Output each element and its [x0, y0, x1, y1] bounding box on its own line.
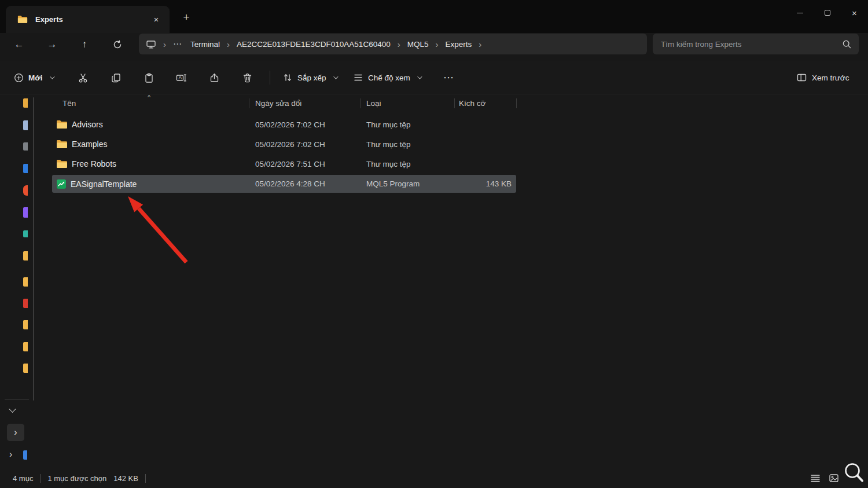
breadcrumb-chevron-icon[interactable]: › — [479, 40, 481, 49]
command-toolbar — [0, 61, 868, 94]
sidebar-expand-button[interactable]: › — [7, 424, 24, 441]
file-row-advisors[interactable]: Advisors 05/02/2026 7:02 CH Thư mục tệp — [52, 115, 516, 134]
file-name: EASignalTemplate — [71, 179, 137, 189]
clipboard-icon — [144, 72, 155, 83]
sidebar-partial-icon — [23, 364, 28, 373]
sidebar-partial-icon — [23, 120, 28, 130]
column-separator[interactable] — [454, 98, 455, 108]
item-count: 4 mục — [13, 474, 33, 483]
sort-icon — [282, 72, 293, 83]
breadcrumb-chevron-icon[interactable]: › — [163, 40, 166, 49]
details-view-button[interactable] — [808, 472, 823, 485]
breadcrumb-experts[interactable]: Experts — [444, 39, 473, 50]
new-tab-button[interactable]: + — [177, 8, 196, 27]
column-separator[interactable] — [249, 98, 249, 108]
file-type: Thư mục tệp — [360, 160, 454, 168]
new-button[interactable]: Mới — [8, 67, 59, 88]
maximize-button[interactable] — [814, 0, 841, 25]
refresh-button[interactable] — [108, 35, 127, 54]
breadcrumb-chevron-icon[interactable]: › — [398, 40, 400, 49]
scissors-icon — [78, 72, 89, 83]
tab-title: Experts — [35, 15, 63, 24]
this-pc-icon — [146, 39, 156, 49]
sidebar-expand-chevron-icon[interactable]: › — [9, 449, 12, 460]
breadcrumb-terminal[interactable]: Terminal — [189, 39, 221, 50]
file-row-free-robots[interactable]: Free Robots 05/02/2026 7:51 CH Thư mục t… — [52, 154, 516, 174]
selection-count: 1 mục được chọn — [47, 474, 106, 483]
tab-experts[interactable]: Experts × — [6, 6, 170, 33]
view-button-label: Chế độ xem — [368, 74, 410, 82]
folder-icon — [56, 159, 68, 168]
up-button[interactable]: ↑ — [75, 35, 94, 54]
column-header-size[interactable]: Kích cỡ — [454, 99, 516, 108]
status-divider — [145, 474, 146, 483]
column-header-row: ^ Tên Ngày sửa đổi Loại Kích cỡ — [52, 94, 516, 112]
sidebar-divider — [5, 399, 29, 400]
close-button[interactable]: × — [841, 0, 868, 25]
mql5-program-icon — [56, 179, 67, 189]
preview-button[interactable]: Xem trước — [790, 67, 855, 88]
file-type: Thư mục tệp — [360, 140, 454, 149]
file-name: Examples — [72, 140, 107, 149]
breadcrumb-overflow-button[interactable]: ⋯ — [173, 39, 182, 49]
preview-pane-icon — [796, 72, 807, 83]
sidebar-collapse-chevron-icon[interactable] — [9, 405, 16, 413]
delete-button[interactable] — [236, 67, 258, 88]
refresh-icon — [112, 39, 123, 50]
breadcrumb-guid[interactable]: AE2CC2E013FDE1E3CDF010AA51C60400 — [236, 39, 392, 50]
window-controls: × — [786, 0, 868, 25]
paste-button[interactable] — [138, 67, 160, 88]
search-icon[interactable] — [842, 39, 852, 49]
sort-button-label: Sắp xếp — [297, 74, 326, 82]
new-button-label: Mới — [28, 74, 43, 82]
file-type: Thư mục tệp — [360, 120, 454, 129]
status-divider — [40, 474, 41, 483]
rename-button[interactable]: A — [170, 67, 192, 88]
address-bar[interactable]: › ⋯ Terminal › AE2CC2E013FDE1E3CDF010AA5… — [139, 34, 647, 54]
file-row-examples[interactable]: Examples 05/02/2026 7:02 CH Thư mục tệp — [52, 134, 516, 154]
sidebar-partial-icon — [23, 164, 28, 173]
copy-button[interactable] — [105, 67, 127, 88]
column-separator[interactable] — [516, 98, 517, 108]
minimize-icon — [797, 13, 803, 13]
file-date: 05/02/2026 7:51 CH — [249, 160, 360, 168]
titlebar: Experts × + × — [0, 0, 868, 33]
view-button[interactable]: Chế độ xem — [347, 67, 426, 88]
pane-splitter[interactable] — [33, 97, 34, 401]
forward-button[interactable]: → — [42, 35, 62, 54]
chevron-down-icon — [50, 74, 54, 79]
file-explorer-window: Experts × + × ← → ↑ › ⋯ Terminal › — [0, 0, 868, 488]
more-options-button[interactable]: ⋯ — [437, 67, 459, 88]
tab-close-icon[interactable]: × — [149, 12, 164, 27]
sidebar-partial-icon — [23, 207, 28, 218]
cut-button[interactable] — [72, 67, 94, 88]
search-input[interactable] — [661, 40, 842, 49]
sidebar-partial-icon — [23, 342, 28, 351]
breadcrumb-chevron-icon[interactable]: › — [227, 40, 230, 49]
search-box[interactable] — [653, 34, 859, 54]
folder-icon — [56, 120, 68, 129]
breadcrumb-mql5[interactable]: MQL5 — [406, 39, 430, 50]
file-row-easignaltemplate-selected[interactable]: EASignalTemplate 05/02/2026 4:28 CH MQL5… — [52, 175, 516, 193]
column-header-date[interactable]: Ngày sửa đổi — [249, 99, 360, 108]
chevron-down-icon — [417, 74, 422, 79]
preview-button-label: Xem trước — [812, 74, 849, 82]
minimize-button[interactable] — [786, 0, 814, 25]
share-button[interactable] — [203, 67, 225, 88]
file-date: 05/02/2026 7:02 CH — [249, 120, 360, 129]
sort-button[interactable]: Sắp xếp — [277, 67, 343, 88]
thumbnail-view-button[interactable] — [826, 472, 841, 485]
magnifier-cursor-icon — [841, 460, 866, 485]
sidebar-partial-icon — [23, 320, 28, 329]
sidebar-partial-icon — [23, 98, 28, 108]
chevron-down-icon — [333, 74, 338, 79]
column-header-type[interactable]: Loại — [360, 99, 454, 108]
status-view-toggles — [808, 472, 841, 485]
breadcrumb-chevron-icon[interactable]: › — [435, 40, 438, 49]
back-button[interactable]: ← — [9, 35, 29, 54]
share-icon — [209, 72, 220, 83]
column-separator[interactable] — [360, 98, 361, 108]
thumbnail-view-icon — [829, 474, 839, 483]
view-mode-icon — [353, 72, 363, 83]
folder-icon — [17, 15, 28, 24]
